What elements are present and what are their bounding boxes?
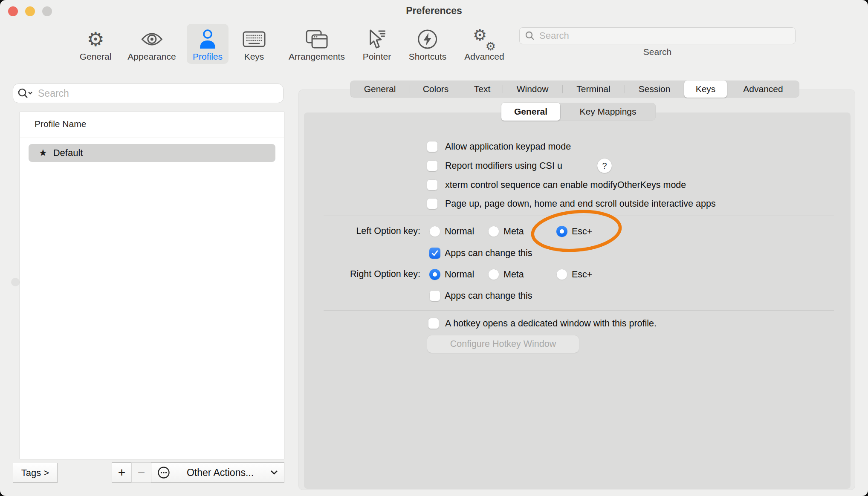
toolbar-item-label: General [80, 52, 112, 61]
toolbar-item-advanced[interactable]: ⚙⚙ Advanced [458, 24, 510, 64]
tags-button[interactable]: Tags > [13, 463, 58, 483]
checkbox-label: Apps can change this [445, 248, 532, 259]
profile-list-panel: Profile Name ★ Default [20, 112, 284, 459]
toolbar-search-label: Search [519, 47, 796, 57]
checkbox-csi-u[interactable] [427, 160, 438, 171]
star-icon: ★ [39, 148, 47, 158]
checkbox-right-apps-can-change[interactable]: Apps can change this [429, 290, 532, 301]
checkbox-label: xterm control sequence can enable modify… [445, 180, 686, 190]
profile-settings-panel: General Colors Text Window Terminal Sess… [298, 89, 855, 490]
checkbox-left-apps-can-change[interactable]: Apps can change this [429, 248, 532, 259]
keys-subtab-bar: General Key Mappings [501, 103, 656, 121]
eye-icon [141, 29, 163, 50]
divider [324, 310, 834, 311]
checkbox-label: Apps can change this [445, 291, 532, 301]
radio-right-esc[interactable]: Esc+ [556, 269, 592, 280]
tab-text[interactable]: Text [462, 81, 503, 98]
toolbar-divider [0, 65, 868, 65]
radio-right-meta[interactable]: Meta [488, 269, 524, 280]
gears-icon: ⚙⚙ [473, 29, 496, 50]
configure-hotkey-window-button[interactable]: Configure Hotkey Window [427, 335, 579, 353]
radio-left-esc[interactable]: Esc+ [556, 226, 592, 237]
checkbox-modify-other-keys[interactable] [427, 179, 438, 190]
checkbox-icon[interactable] [429, 248, 440, 259]
radio-label: Normal [445, 269, 474, 280]
profile-search-field[interactable] [13, 84, 284, 103]
left-option-key-label: Left Option key: [299, 226, 420, 236]
chevron-down-icon [270, 470, 278, 475]
toolbar-item-label: Pointer [363, 52, 391, 61]
keyboard-icon [243, 29, 266, 50]
tab-session[interactable]: Session [625, 81, 684, 98]
profile-add-remove-group: + − Other Actions... [112, 462, 284, 483]
toolbar-item-label: Advanced [464, 52, 504, 61]
radio-icon[interactable] [556, 226, 567, 237]
tab-colors[interactable]: Colors [410, 81, 462, 98]
search-menu-icon [17, 88, 34, 99]
radio-label: Meta [503, 226, 524, 237]
checkbox-icon[interactable] [428, 318, 439, 329]
radio-icon[interactable] [488, 269, 499, 280]
radio-icon[interactable] [556, 269, 567, 280]
checkbox-hotkey-window[interactable]: A hotkey opens a dedicated window with t… [428, 318, 657, 329]
checkbox-scroll-outside-apps[interactable] [427, 198, 438, 209]
radio-icon[interactable] [429, 269, 440, 280]
tab-keys[interactable]: Keys [684, 81, 727, 98]
checkbox-label: Page up, page down, home and end scroll … [445, 199, 716, 209]
radio-right-normal[interactable]: Normal [429, 269, 474, 280]
tab-advanced[interactable]: Advanced [727, 81, 799, 98]
help-button[interactable]: ? [597, 159, 612, 173]
radio-left-normal[interactable]: Normal [429, 226, 474, 237]
checkbox-icon[interactable] [429, 290, 440, 301]
toolbar-item-keys[interactable]: Keys [237, 24, 272, 64]
toolbar-item-label: Keys [244, 52, 264, 61]
checkbox-label: Report modifiers using CSI u [445, 161, 562, 171]
tab-general[interactable]: General [350, 81, 410, 98]
checkbox-row: Page up, page down, home and end scroll … [427, 196, 716, 211]
profile-search-input[interactable] [37, 87, 279, 100]
radio-label: Esc+ [572, 226, 592, 237]
radio-label: Meta [503, 269, 524, 280]
cursor-icon [367, 29, 386, 50]
checkbox-label: A hotkey opens a dedicated window with t… [445, 318, 657, 329]
toolbar-item-pointer[interactable]: Pointer [357, 24, 397, 64]
toolbar-search-input[interactable] [538, 30, 790, 42]
radio-label: Esc+ [572, 269, 592, 280]
profile-tab-bar: General Colors Text Window Terminal Sess… [350, 81, 799, 98]
person-icon [199, 29, 217, 50]
right-option-key-label: Right Option key: [299, 269, 420, 280]
profile-list-header: Profile Name [35, 119, 86, 129]
add-profile-button[interactable]: + [112, 462, 132, 483]
toolbar-item-label: Profiles [193, 52, 223, 61]
toolbar-item-general[interactable]: ⚙ General [74, 24, 118, 64]
tab-window[interactable]: Window [503, 81, 562, 98]
toolbar-item-label: Shortcuts [409, 52, 447, 61]
subtab-general[interactable]: General [501, 103, 560, 121]
toolbar-item-arrangements[interactable]: Arrangements [283, 24, 351, 64]
divider [324, 216, 834, 216]
toolbar-item-appearance[interactable]: Appearance [122, 24, 182, 64]
checkbox-keypad-mode[interactable] [427, 141, 438, 152]
other-actions-dropdown[interactable]: Other Actions... [151, 462, 284, 483]
splitter-handle[interactable] [11, 278, 20, 286]
checkbox-label: Allow application keypad mode [445, 141, 571, 152]
profile-name: Default [53, 147, 83, 159]
toolbar-search-field[interactable] [519, 27, 796, 44]
radio-icon[interactable] [429, 226, 440, 237]
tab-terminal[interactable]: Terminal [562, 81, 625, 98]
checkbox-row: xterm control sequence can enable modify… [427, 178, 686, 192]
profile-row-default[interactable]: ★ Default [29, 144, 275, 162]
toolbar-item-profiles[interactable]: Profiles [187, 24, 229, 64]
radio-icon[interactable] [488, 226, 499, 237]
divider [20, 138, 284, 138]
preferences-window: Preferences ⚙ General Appearance Profile… [0, 0, 868, 496]
windows-icon [306, 29, 328, 50]
subtab-key-mappings[interactable]: Key Mappings [560, 103, 656, 121]
toolbar-item-label: Arrangements [289, 52, 345, 61]
keys-general-pane [304, 112, 851, 489]
toolbar-item-shortcuts[interactable]: Shortcuts [403, 24, 453, 64]
radio-label: Normal [445, 226, 474, 237]
radio-left-meta[interactable]: Meta [488, 226, 524, 237]
other-actions-label: Other Actions... [174, 467, 266, 479]
remove-profile-button[interactable]: − [131, 462, 151, 483]
